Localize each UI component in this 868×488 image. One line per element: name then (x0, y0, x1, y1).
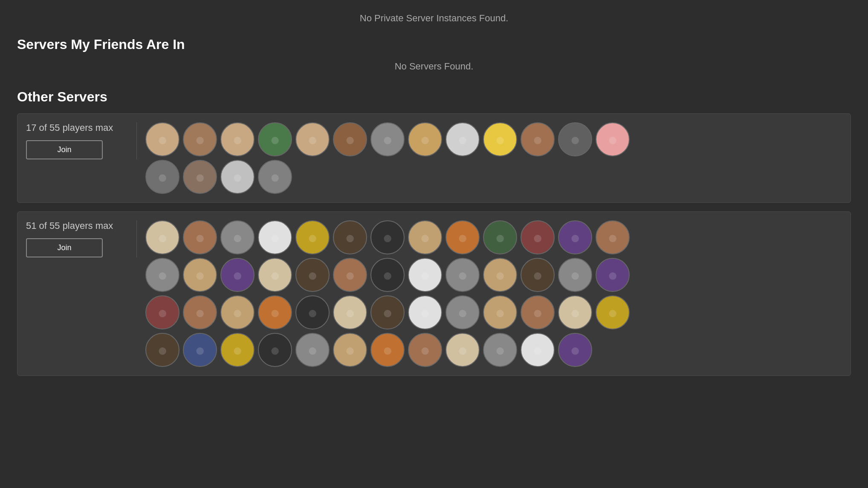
avatar: ● (558, 333, 592, 367)
avatar: ● (521, 333, 555, 367)
avatar-row-2-4: ● ● ● ● ● ● ● ● ● ● ● ● (145, 333, 842, 367)
other-servers-title: Other Servers (17, 89, 851, 105)
join-button-1[interactable]: Join (26, 140, 103, 159)
avatar: ● (408, 220, 442, 254)
avatar: ● (145, 333, 179, 367)
avatar: ● (596, 122, 630, 156)
avatar: ● (558, 220, 592, 254)
avatar: ● (333, 333, 367, 367)
avatars-section-1: ● ● ● ● ● ● ● ● ● ● ● ● ● ● ● (137, 122, 842, 194)
avatar: ● (558, 258, 592, 292)
player-count-2: 51 of 55 players max (26, 220, 128, 231)
avatar: ● (258, 295, 292, 329)
avatar: ● (183, 160, 217, 194)
avatar: ● (145, 122, 179, 156)
avatar: ● (258, 122, 292, 156)
avatar: ● (333, 295, 367, 329)
avatar: ● (145, 160, 179, 194)
avatar: ● (258, 258, 292, 292)
avatar: ● (483, 258, 517, 292)
server-info-1: 17 of 55 players max Join (26, 122, 137, 159)
avatar: ● (183, 295, 217, 329)
avatar: ● (370, 295, 405, 329)
avatar: ● (596, 295, 630, 329)
avatar: ● (521, 258, 555, 292)
avatar: ● (446, 333, 480, 367)
avatar: ● (370, 333, 405, 367)
avatar: ● (596, 220, 630, 254)
avatar: ● (333, 220, 367, 254)
avatar: ● (258, 333, 292, 367)
avatar: ● (446, 295, 480, 329)
avatar-row-2-3: ● ● ● ● ● ● ● ● ● ● ● ● ● (145, 295, 842, 329)
avatar: ● (408, 295, 442, 329)
avatar: ● (408, 258, 442, 292)
server-info-2: 51 of 55 players max Join (26, 220, 137, 257)
avatar-row-1-2: ● ● ● ● (145, 160, 842, 194)
avatar: ● (483, 333, 517, 367)
avatar: ● (483, 220, 517, 254)
avatar: ● (183, 220, 217, 254)
avatar: ● (483, 122, 517, 156)
avatar: ● (408, 333, 442, 367)
no-servers-message: No Servers Found. (17, 61, 851, 72)
avatar: ● (521, 295, 555, 329)
avatar: ● (370, 258, 405, 292)
avatar: ● (183, 122, 217, 156)
avatar: ● (483, 295, 517, 329)
avatar: ● (408, 122, 442, 156)
avatar: ● (558, 122, 592, 156)
avatar-row-2-2: ● ● ● ● ● ● ● ● ● ● ● ● ● (145, 258, 842, 292)
avatar: ● (220, 295, 255, 329)
avatar: ● (295, 258, 330, 292)
avatars-section-2: ● ● ● ● ● ● ● ● ● ● ● ● ● ● ● (137, 220, 842, 367)
avatar: ● (295, 122, 330, 156)
avatar: ● (258, 220, 292, 254)
avatar-row-2-1: ● ● ● ● ● ● ● ● ● ● ● ● ● (145, 220, 842, 254)
server-card-2: 51 of 55 players max Join ● ● ● ● ● ● ● … (17, 211, 851, 376)
server-card-1: 17 of 55 players max Join ● ● ● ● ● ● ● … (17, 113, 851, 203)
avatar: ● (521, 220, 555, 254)
avatar: ● (333, 258, 367, 292)
avatar: ● (370, 122, 405, 156)
avatar: ● (295, 333, 330, 367)
avatar: ● (370, 220, 405, 254)
player-count-1: 17 of 55 players max (26, 122, 128, 133)
avatar: ● (446, 220, 480, 254)
avatar: ● (220, 160, 255, 194)
avatar: ● (183, 258, 217, 292)
avatar: ● (295, 220, 330, 254)
avatar: ● (220, 122, 255, 156)
avatar: ● (446, 122, 480, 156)
avatar: ● (220, 220, 255, 254)
other-servers-section: Other Servers 17 of 55 players max Join … (17, 89, 851, 376)
avatar: ● (295, 295, 330, 329)
avatar-row-1-1: ● ● ● ● ● ● ● ● ● ● ● ● ● (145, 122, 842, 156)
avatar: ● (446, 258, 480, 292)
avatar: ● (145, 295, 179, 329)
join-button-2[interactable]: Join (26, 238, 103, 257)
avatar: ● (145, 258, 179, 292)
avatar: ● (145, 220, 179, 254)
avatar: ● (596, 258, 630, 292)
avatar: ● (521, 122, 555, 156)
friends-section-title: Servers My Friends Are In (17, 37, 851, 52)
avatar: ● (220, 333, 255, 367)
avatar: ● (258, 160, 292, 194)
friends-section: Servers My Friends Are In No Servers Fou… (17, 37, 851, 72)
avatar: ● (183, 333, 217, 367)
top-message: No Private Server Instances Found. (17, 9, 851, 24)
avatar: ● (558, 295, 592, 329)
avatar: ● (333, 122, 367, 156)
avatar: ● (220, 258, 255, 292)
